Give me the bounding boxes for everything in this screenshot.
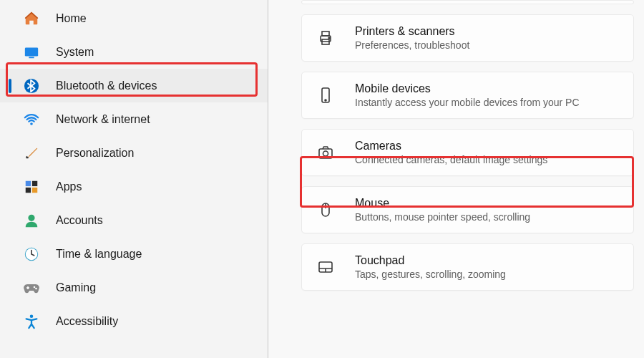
sidebar-item-apps[interactable]: Apps <box>0 170 268 203</box>
svg-rect-20 <box>319 149 332 158</box>
sidebar-item-home[interactable]: Home <box>0 1 268 35</box>
sidebar-item-system[interactable]: System <box>0 35 268 69</box>
card-mobile[interactable]: Mobile devices Instantly access your mob… <box>301 72 634 119</box>
phone-icon <box>316 86 335 105</box>
card-title: Mouse <box>355 197 530 210</box>
svg-point-17 <box>328 37 330 39</box>
card-printers[interactable]: Printers & scanners Preferences, trouble… <box>301 14 634 62</box>
sidebar-item-label: Apps <box>56 180 82 193</box>
sidebar-item-network[interactable]: Network & internet <box>0 102 268 136</box>
svg-point-3 <box>30 122 33 125</box>
clock-icon <box>23 246 40 263</box>
sidebar-item-bluetooth[interactable]: Bluetooth & devices <box>0 69 268 102</box>
card-stub-top <box>301 0 634 4</box>
home-icon <box>23 10 40 27</box>
gamepad-icon <box>23 279 40 296</box>
svg-rect-6 <box>26 187 31 192</box>
svg-point-21 <box>323 151 328 156</box>
sidebar-item-accounts[interactable]: Accounts <box>0 203 268 237</box>
sidebar-item-label: Bluetooth & devices <box>56 79 157 92</box>
brush-icon <box>23 145 40 162</box>
main-content: Printers & scanners Preferences, trouble… <box>268 0 644 358</box>
card-title: Touchpad <box>355 254 506 267</box>
svg-rect-1 <box>29 57 34 58</box>
card-subtitle: Preferences, troubleshoot <box>355 39 469 51</box>
sidebar-item-gaming[interactable]: Gaming <box>0 271 268 304</box>
svg-rect-15 <box>322 32 329 36</box>
sidebar-nav: Home System Bluetooth & devices Network … <box>0 0 268 358</box>
svg-point-19 <box>325 100 326 101</box>
svg-point-12 <box>35 287 37 289</box>
card-title: Mobile devices <box>355 82 580 95</box>
svg-point-8 <box>28 214 34 221</box>
account-icon <box>23 212 40 229</box>
sidebar-item-label: Accessibility <box>56 315 118 328</box>
wifi-icon <box>23 111 40 128</box>
card-touchpad[interactable]: Touchpad Taps, gestures, scrolling, zoom… <box>301 243 634 291</box>
card-subtitle: Taps, gestures, scrolling, zooming <box>355 268 506 280</box>
sidebar-item-label: System <box>56 46 94 59</box>
touchpad-icon <box>316 258 335 276</box>
sidebar-item-accessibility[interactable]: Accessibility <box>0 304 268 338</box>
sidebar-item-label: Accounts <box>56 214 103 227</box>
svg-rect-0 <box>25 47 38 56</box>
sidebar-item-personalization[interactable]: Personalization <box>0 136 268 170</box>
sidebar-item-label: Network & internet <box>56 113 150 126</box>
card-cameras[interactable]: Cameras Connected cameras, default image… <box>301 129 634 176</box>
card-subtitle: Instantly access your mobile devices fro… <box>355 97 580 108</box>
apps-icon <box>23 178 40 195</box>
sidebar-item-label: Home <box>56 12 87 25</box>
svg-rect-4 <box>26 180 31 185</box>
card-title: Printers & scanners <box>355 25 469 38</box>
card-subtitle: Buttons, mouse pointer speed, scrolling <box>355 211 530 223</box>
svg-point-11 <box>34 286 36 288</box>
card-subtitle: Connected cameras, default image setting… <box>355 154 547 165</box>
svg-rect-7 <box>32 187 37 192</box>
sidebar-item-label: Personalization <box>56 147 134 160</box>
camera-icon <box>316 143 335 162</box>
svg-rect-5 <box>32 180 37 185</box>
sidebar-item-time[interactable]: Time & language <box>0 237 268 271</box>
accessibility-icon <box>23 313 40 330</box>
card-mouse[interactable]: Mouse Buttons, mouse pointer speed, scro… <box>301 186 634 233</box>
system-icon <box>23 44 40 61</box>
mouse-icon <box>316 200 335 219</box>
card-title: Cameras <box>355 140 547 153</box>
bluetooth-icon <box>23 77 40 95</box>
svg-point-13 <box>30 314 34 318</box>
sidebar-item-label: Gaming <box>56 281 96 294</box>
sidebar-item-label: Time & language <box>56 248 142 261</box>
printer-icon <box>316 29 335 47</box>
